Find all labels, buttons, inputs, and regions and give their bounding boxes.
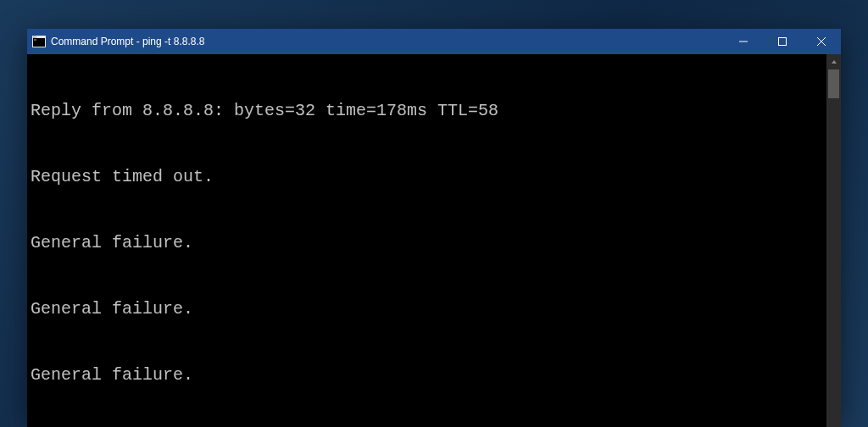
maximize-button[interactable]	[763, 29, 802, 54]
output-line: Reply from 8.8.8.8: bytes=32 time=178ms …	[31, 100, 823, 122]
minimize-button[interactable]	[724, 29, 763, 54]
close-button[interactable]	[802, 29, 841, 54]
svg-rect-5	[779, 38, 787, 46]
svg-text:C:\: C:\	[34, 36, 37, 39]
output-line: General failure.	[31, 298, 823, 320]
app-icon: C:\	[32, 35, 46, 48]
output-line: General failure.	[31, 232, 823, 254]
scroll-up-button[interactable]	[826, 54, 841, 69]
output-line: General failure.	[31, 364, 823, 386]
svg-marker-8	[832, 60, 837, 64]
command-prompt-window: C:\ Command Prompt - ping -t 8.8.8.8 Rep…	[27, 29, 841, 419]
terminal-output[interactable]: Reply from 8.8.8.8: bytes=32 time=178ms …	[27, 54, 826, 427]
vertical-scrollbar[interactable]	[826, 54, 841, 427]
output-line: Request timed out.	[31, 166, 823, 188]
scroll-thumb[interactable]	[828, 69, 839, 98]
window-title: Command Prompt - ping -t 8.8.8.8	[51, 36, 204, 47]
titlebar[interactable]: C:\ Command Prompt - ping -t 8.8.8.8	[27, 29, 841, 54]
client-area: Reply from 8.8.8.8: bytes=32 time=178ms …	[27, 54, 841, 427]
svg-rect-2	[34, 40, 36, 41]
